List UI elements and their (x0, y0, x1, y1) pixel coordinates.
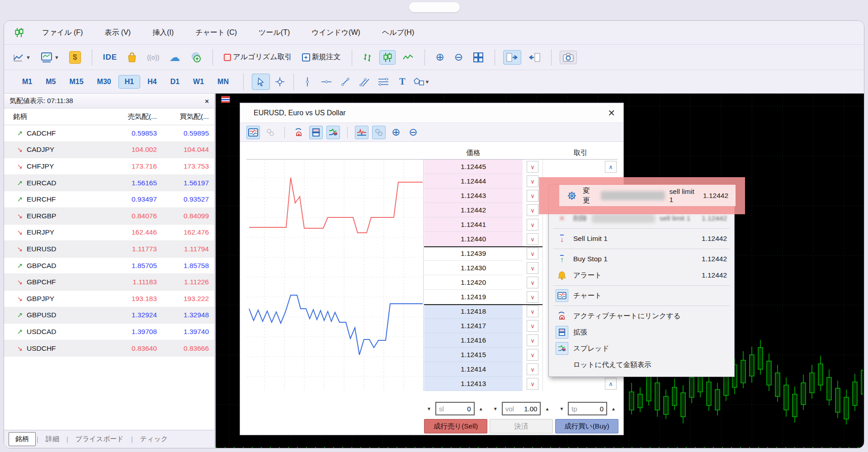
context-menu-item[interactable]: 拡張 (549, 324, 734, 340)
ladder-row[interactable]: 1.12439∨ (424, 246, 542, 261)
close-icon[interactable]: × (205, 97, 209, 105)
tab-priceboard[interactable]: プライスボード (69, 433, 130, 446)
ladder-row[interactable]: 1.12414∨ (424, 362, 542, 377)
tab-symbols[interactable]: 銘柄 (9, 432, 36, 446)
timeframe-mn[interactable]: MN (211, 75, 235, 89)
context-menu-item[interactable]: ロットに代えて金額表示 (549, 357, 734, 373)
context-menu-item[interactable]: チャート (549, 287, 734, 304)
order-dropdown-button[interactable]: ∨ (527, 233, 538, 245)
screenshot-button[interactable] (560, 51, 577, 64)
dom-tab-icon[interactable] (221, 96, 230, 103)
ladder-row[interactable]: 1.12417∨ (424, 319, 542, 333)
new-chart-button[interactable]: ▼ (10, 51, 33, 64)
dom-zoom-out-button[interactable]: ⊖ (406, 126, 420, 139)
ladder-row[interactable]: 1.12445∨ (424, 160, 542, 174)
context-menu-item[interactable]: アラート1.12442 (549, 267, 734, 283)
context-menu-item-modify[interactable]: 変更 sell limit 1 1.12442 (559, 185, 736, 206)
context-menu-item[interactable]: アクティブチャートにリンクする (549, 308, 734, 324)
channel-tool[interactable] (355, 74, 373, 90)
order-dropdown-button[interactable]: ∨ (527, 219, 538, 231)
timeframe-h1[interactable]: H1 (118, 75, 140, 89)
close-icon[interactable]: ✕ (608, 108, 615, 118)
column-header-symbol[interactable]: 銘柄 (4, 112, 108, 122)
new-order-button[interactable]: + 新規注文 (299, 51, 344, 64)
scroll-up-button-bottom[interactable]: ∧ (605, 378, 617, 390)
timeframe-m30[interactable]: M30 (91, 75, 118, 89)
zoom-in-button[interactable]: ⊕ (433, 50, 447, 64)
sl-decrement-button[interactable]: ▼ (424, 403, 434, 414)
table-row[interactable]: ↗USDCAD1.397081.39740 (4, 324, 214, 340)
market-watch-button[interactable]: $ (66, 49, 84, 66)
signals-button[interactable]: ((o)) (144, 52, 162, 63)
volume-decrement-button[interactable]: ▼ (491, 403, 500, 414)
order-dropdown-button[interactable]: ∨ (527, 320, 538, 332)
table-row[interactable]: ↘CADJPY104.002104.044 (4, 142, 214, 159)
ladder-row[interactable]: 1.12430∨ (424, 261, 542, 275)
menu-item[interactable]: ウインドウ(W) (301, 25, 371, 40)
dock-right-button[interactable] (503, 50, 521, 65)
order-dropdown-button[interactable]: ∨ (527, 306, 538, 317)
vertical-line-tool[interactable] (298, 74, 316, 90)
table-row[interactable]: ↗EURCHF0.934970.93527 (4, 191, 214, 208)
column-header-bid[interactable]: 売気配(... (108, 112, 161, 122)
ladder-row[interactable]: 1.12441∨ (424, 217, 542, 232)
dock-left-button[interactable] (526, 51, 543, 64)
dom-titlebar[interactable]: EURUSD, Euro vs US Dollar ✕ (240, 103, 623, 123)
dom-zoom-in-button[interactable]: ⊕ (389, 126, 403, 139)
candlestick-mode-button[interactable] (379, 50, 396, 65)
tab-details[interactable]: 詳細 (39, 433, 66, 446)
horizontal-line-tool[interactable] (317, 74, 335, 90)
crosshair-tool[interactable] (271, 74, 289, 90)
ladder-row[interactable]: 1.12415∨ (424, 348, 542, 362)
dom-depth-circles-button[interactable] (372, 126, 386, 139)
table-row[interactable]: ↗EURCAD1.561651.56197 (4, 175, 214, 192)
sl-input[interactable]: sl0 (435, 402, 475, 415)
order-dropdown-button[interactable]: ∨ (527, 363, 538, 375)
context-menu-item[interactable]: ↓Sell Limit 11.12442 (549, 231, 734, 247)
table-row[interactable]: ↘GBPCHF1.111831.11226 (4, 274, 214, 291)
vps-cloud-button[interactable]: ☁ (166, 50, 183, 65)
table-row[interactable]: ↗GBPCAD1.857051.85758 (4, 258, 214, 274)
context-menu-item[interactable]: スプレッド (549, 340, 734, 357)
order-dropdown-button[interactable]: ∨ (527, 262, 538, 274)
tp-increment-button[interactable]: ▲ (609, 403, 618, 414)
order-dropdown-button[interactable]: ∨ (527, 190, 538, 202)
ladder-row[interactable]: 1.12413∨ (424, 377, 542, 391)
table-row[interactable]: ↘EURGBP0.840760.84099 (4, 208, 214, 225)
menu-item[interactable]: ヘルプ(H) (371, 25, 425, 40)
timeframe-d1[interactable]: D1 (164, 75, 186, 89)
dom-spread-button[interactable] (326, 126, 340, 139)
algo-trading-button[interactable]: アルゴリズム取引 (221, 51, 294, 64)
timeframe-h4[interactable]: H4 (141, 75, 163, 89)
menu-item[interactable]: 表示 (V) (94, 25, 142, 40)
dom-link-chart-button[interactable] (292, 126, 306, 139)
ladder-row[interactable]: 1.12418∨ (424, 304, 542, 319)
tp-input[interactable]: tp0 (568, 402, 607, 415)
community-search-button[interactable] (187, 50, 204, 65)
trendline-tool[interactable] (336, 74, 354, 90)
close-position-button[interactable]: 決済 (490, 419, 553, 433)
tp-decrement-button[interactable]: ▼ (557, 403, 566, 414)
table-row[interactable]: ↘GBPJPY193.183193.222 (4, 291, 214, 307)
ladder-row[interactable]: 1.12419∨ (424, 290, 542, 304)
fibonacci-tool[interactable] (374, 74, 392, 90)
order-dropdown-button[interactable]: ∨ (527, 349, 538, 361)
ladder-row[interactable]: 1.12416∨ (424, 333, 542, 348)
order-dropdown-button[interactable]: ∨ (527, 175, 538, 187)
table-row[interactable]: ↘EURUSD1.117731.11794 (4, 241, 214, 258)
dom-tick-chart-button[interactable] (355, 126, 368, 139)
order-dropdown-button[interactable]: ∨ (527, 378, 538, 390)
ladder-row[interactable]: 1.12440∨ (424, 232, 542, 246)
timeframe-m15[interactable]: M15 (63, 75, 90, 89)
ladder-row[interactable]: 1.12444∨ (424, 174, 542, 188)
market-sell-button[interactable]: 成行売り(Sell) (424, 419, 487, 433)
column-header-ask[interactable]: 買気配(... (161, 112, 214, 122)
table-row[interactable]: ↘USDCHF0.836400.83666 (4, 340, 214, 357)
dom-chart-mode-button[interactable] (246, 126, 260, 139)
tile-windows-button[interactable] (470, 50, 486, 65)
menu-item[interactable]: 挿入(I) (142, 25, 184, 40)
order-dropdown-button[interactable]: ∨ (527, 248, 538, 259)
table-row[interactable]: ↘EURJPY162.446162.476 (4, 225, 214, 241)
ladder-row[interactable]: 1.12442∨ (424, 203, 542, 217)
table-row[interactable]: ↘CHFJPY173.716173.753 (4, 158, 214, 175)
